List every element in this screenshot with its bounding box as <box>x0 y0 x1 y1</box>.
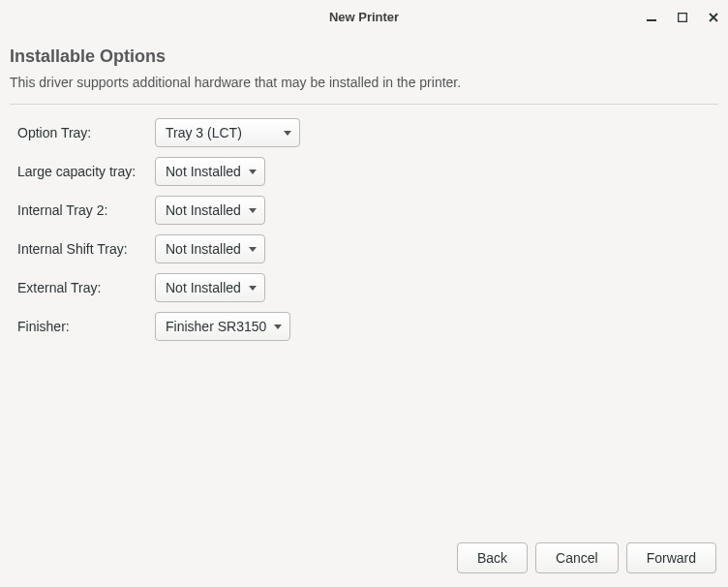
select-value: Not Installed <box>166 202 241 218</box>
select-finisher[interactable]: Finisher SR3150 <box>155 312 290 341</box>
content-area: Installable Options This driver supports… <box>0 35 728 531</box>
option-row-external-tray: External Tray: Not Installed <box>17 273 718 302</box>
chevron-down-icon <box>249 170 257 174</box>
chevron-down-icon <box>249 286 257 291</box>
option-row-finisher: Finisher: Finisher SR3150 <box>17 312 718 341</box>
forward-button[interactable]: Forward <box>626 542 716 573</box>
select-option-tray[interactable]: Tray 3 (LCT) <box>155 118 300 147</box>
minimize-icon[interactable] <box>645 11 658 24</box>
select-value: Finisher SR3150 <box>166 319 266 334</box>
chevron-down-icon <box>274 324 282 329</box>
footer: Back Cancel Forward <box>0 531 728 587</box>
select-value: Not Installed <box>166 241 241 257</box>
label-external-tray: External Tray: <box>17 280 141 295</box>
label-finisher: Finisher: <box>17 319 141 334</box>
option-row-large-capacity-tray: Large capacity tray: Not Installed <box>17 157 718 186</box>
window-title: New Printer <box>329 10 399 24</box>
label-internal-shift-tray: Internal Shift Tray: <box>17 241 141 257</box>
options-list: Option Tray: Tray 3 (LCT) Large capacity… <box>10 118 718 341</box>
label-internal-tray-2: Internal Tray 2: <box>17 202 141 218</box>
select-internal-tray-2[interactable]: Not Installed <box>155 196 265 225</box>
select-large-capacity-tray[interactable]: Not Installed <box>155 157 265 186</box>
select-value: Tray 3 (LCT) <box>166 125 242 140</box>
label-large-capacity-tray: Large capacity tray: <box>17 164 141 179</box>
select-value: Not Installed <box>166 164 241 179</box>
option-row-option-tray: Option Tray: Tray 3 (LCT) <box>17 118 718 147</box>
chevron-down-icon <box>249 247 257 252</box>
select-internal-shift-tray[interactable]: Not Installed <box>155 234 265 263</box>
description-text: This driver supports additional hardware… <box>10 75 718 90</box>
chevron-down-icon <box>249 208 257 213</box>
cancel-button[interactable]: Cancel <box>535 542 619 573</box>
close-icon[interactable] <box>707 11 720 24</box>
select-value: Not Installed <box>166 280 241 295</box>
section-title: Installable Options <box>10 46 718 67</box>
window-controls <box>645 0 720 35</box>
svg-rect-1 <box>679 14 687 22</box>
select-external-tray[interactable]: Not Installed <box>155 273 265 302</box>
divider <box>10 104 718 105</box>
maximize-icon[interactable] <box>676 11 689 24</box>
option-row-internal-tray-2: Internal Tray 2: Not Installed <box>17 196 718 225</box>
svg-rect-0 <box>647 19 656 21</box>
label-option-tray: Option Tray: <box>17 125 141 140</box>
back-button[interactable]: Back <box>457 542 528 573</box>
option-row-internal-shift-tray: Internal Shift Tray: Not Installed <box>17 234 718 263</box>
chevron-down-icon <box>284 131 291 136</box>
titlebar: New Printer <box>0 0 728 35</box>
